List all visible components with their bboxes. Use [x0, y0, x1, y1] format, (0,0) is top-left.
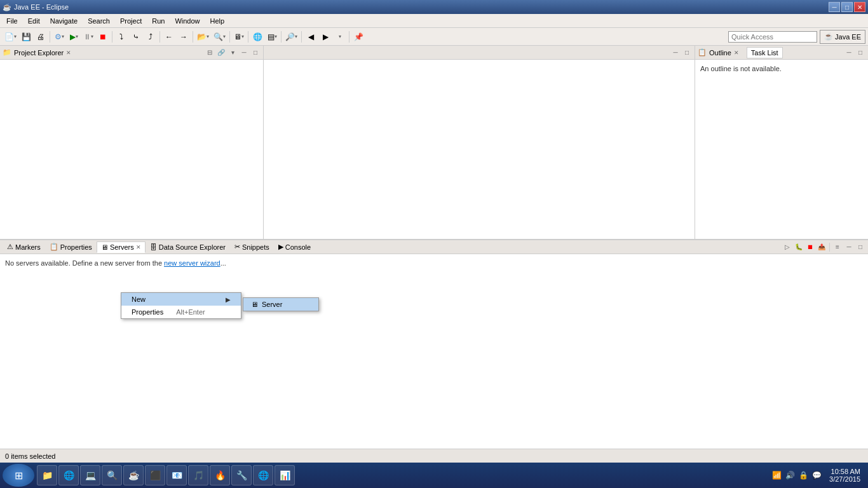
taskbar-browser[interactable]: 🔥: [210, 465, 230, 485]
data-source-icon: 🗄: [150, 243, 157, 251]
properties-icon: 📋: [50, 243, 58, 251]
stop-button[interactable]: ⏹: [96, 30, 110, 44]
perspective-button[interactable]: ☕ Java EE: [820, 30, 865, 44]
menu-window[interactable]: Window: [170, 16, 205, 26]
browser-button[interactable]: 🌐: [250, 30, 264, 44]
sys-icon-volume[interactable]: 🔊: [784, 470, 796, 481]
server-message-text: No servers available. Define a new serve…: [5, 259, 164, 267]
center-minimize-button[interactable]: ─: [670, 48, 681, 58]
servers-debug-button[interactable]: 🐛: [794, 242, 804, 252]
taskbar-app3[interactable]: 📊: [275, 465, 295, 485]
taskbar-ie[interactable]: 🌐: [58, 465, 79, 485]
close-button[interactable]: ✕: [854, 2, 865, 12]
center-maximize-button[interactable]: □: [682, 48, 692, 58]
pin-icon: 📌: [354, 32, 363, 41]
taskbar-terminal[interactable]: ⬛: [145, 465, 165, 485]
status-text: 0 items selected: [5, 452, 55, 460]
menu-navigate[interactable]: Navigate: [45, 16, 83, 26]
servers-start-button[interactable]: ▷: [782, 242, 792, 252]
pause-button[interactable]: ⏸ ▾: [81, 30, 95, 44]
project-explorer-close[interactable]: ✕: [66, 50, 71, 56]
taskbar-clock[interactable]: 10:58 AM 3/27/2015: [824, 468, 865, 483]
outline-close[interactable]: ✕: [734, 50, 739, 56]
servers-stop-button[interactable]: ⏹: [805, 242, 815, 252]
taskbar-media[interactable]: 💻: [80, 465, 100, 485]
menu-help[interactable]: Help: [205, 16, 230, 26]
minimize-button[interactable]: ─: [829, 2, 840, 12]
menu-run[interactable]: Run: [147, 16, 170, 26]
ctx-menu-properties[interactable]: Properties Alt+Enter: [121, 306, 241, 318]
ctx-menu-new[interactable]: New ▶: [121, 293, 241, 306]
nav-forward-button[interactable]: ▶: [318, 30, 332, 44]
step-into-button[interactable]: ⤵: [114, 30, 128, 44]
markers-icon: ⚠: [7, 243, 13, 251]
start-button[interactable]: ⊞: [3, 464, 34, 487]
bottom-panel-minimize[interactable]: ─: [844, 242, 854, 252]
servers-label: Servers: [110, 243, 134, 251]
tab-markers[interactable]: ⚠ Markers: [3, 241, 45, 253]
taskbar-mail[interactable]: 📧: [166, 465, 187, 485]
sys-icon-chat[interactable]: 💬: [811, 470, 823, 481]
search-button[interactable]: 🔎 ▾: [283, 30, 299, 44]
taskbar-app1[interactable]: 🔧: [231, 465, 252, 485]
right-panel-maximize[interactable]: □: [855, 48, 865, 58]
debug-button[interactable]: ⚙ ▾: [52, 30, 66, 44]
taskbar-explorer[interactable]: 📁: [37, 465, 57, 485]
data-source-label: Data Source Explorer: [159, 243, 226, 251]
tab-snippets[interactable]: ✂ Snippets: [230, 241, 274, 253]
menu-search[interactable]: Search: [83, 16, 115, 26]
toolbar-sep-6: [248, 31, 248, 43]
maximize-panel-button[interactable]: □: [250, 48, 261, 58]
servers-close[interactable]: ✕: [136, 244, 141, 250]
menu-file[interactable]: File: [1, 16, 23, 26]
taskbar-music[interactable]: 🎵: [188, 465, 208, 485]
project-explorer-header: 📁 Project Explorer ✕ ⊟ 🔗 ▾ ─ □: [0, 46, 263, 60]
new-server-button[interactable]: 🖥 ▾: [232, 30, 246, 44]
nav-history-button[interactable]: ▾: [333, 30, 347, 44]
link-editor-button[interactable]: 🔗: [216, 48, 226, 58]
open-type-button[interactable]: 📂 ▾: [195, 30, 211, 44]
save-button[interactable]: 💾: [19, 30, 33, 44]
tab-console[interactable]: ▶ Console: [274, 241, 315, 253]
taskbar-app2[interactable]: 🌐: [253, 465, 273, 485]
tab-data-source-explorer[interactable]: 🗄 Data Source Explorer: [146, 241, 230, 253]
run-button[interactable]: ▶ ▾: [67, 30, 81, 44]
taskbar-eclipse[interactable]: ☕: [123, 465, 144, 485]
right-panel-minimize[interactable]: ─: [844, 48, 854, 58]
menu-edit[interactable]: Edit: [23, 16, 45, 26]
menu-project[interactable]: Project: [115, 16, 147, 26]
print-icon: 🖨: [37, 32, 44, 41]
maximize-button[interactable]: □: [841, 2, 853, 12]
pin-button[interactable]: 📌: [351, 30, 365, 44]
new-button[interactable]: 📄 ▾: [3, 30, 18, 44]
open-resource-button[interactable]: 🔍 ▾: [212, 30, 227, 44]
servers-view-menu[interactable]: ≡: [832, 242, 843, 252]
quick-access-input[interactable]: [728, 31, 817, 43]
view-menu-button[interactable]: ▾: [227, 48, 238, 58]
back-button[interactable]: ←: [162, 30, 176, 44]
console-button[interactable]: ▤ ▾: [265, 30, 279, 44]
forward-button[interactable]: →: [177, 30, 191, 44]
new-server-wizard-link[interactable]: new server wizard: [164, 259, 220, 267]
taskbar-search[interactable]: 🔍: [102, 465, 122, 485]
step-over-button[interactable]: ⤷: [129, 30, 143, 44]
nav-history-arrow: ▾: [339, 34, 341, 39]
bottom-panel-maximize[interactable]: □: [855, 242, 865, 252]
task-list-tab[interactable]: Task List: [747, 47, 783, 58]
collapse-all-button[interactable]: ⊟: [205, 48, 215, 58]
nav-back-button[interactable]: ◀: [304, 30, 318, 44]
servers-publish-button[interactable]: 📤: [817, 242, 827, 252]
step-into-icon: ⤵: [119, 32, 123, 41]
sys-icon-security[interactable]: 🔒: [797, 470, 810, 481]
print-button[interactable]: 🖨: [34, 30, 48, 44]
center-toolbar: ─ □: [264, 46, 695, 60]
minimize-panel-button[interactable]: ─: [239, 48, 249, 58]
tab-properties[interactable]: 📋 Properties: [45, 241, 97, 253]
properties-label: Properties: [60, 243, 92, 251]
submenu-server[interactable]: 🖥 Server: [243, 298, 318, 311]
sys-icon-network[interactable]: 📶: [771, 470, 783, 481]
step-out-button[interactable]: ⤴: [144, 30, 158, 44]
right-panel-actions: ─ □: [844, 48, 865, 58]
quick-access: ☕ Java EE: [728, 30, 865, 44]
tab-servers[interactable]: 🖥 Servers ✕: [97, 241, 146, 253]
